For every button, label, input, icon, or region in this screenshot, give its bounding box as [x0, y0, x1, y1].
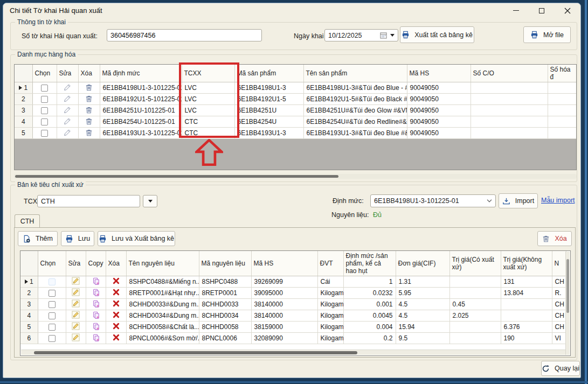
goods-row[interactable]: 4 6E1BB4254U-101225-01 CTC 6E1BB4254U 6E… — [15, 116, 576, 128]
column-header-xoa[interactable]: Xóa — [106, 251, 126, 276]
materials-v-scrollbar-thumb[interactable] — [566, 259, 569, 313]
material-row[interactable]: 1 8SHPC0488#&Miếng n... 8SHPC0488 392690… — [20, 276, 566, 288]
select-checkbox[interactable] — [41, 85, 48, 92]
delete-cell[interactable] — [106, 299, 126, 310]
declaration-no-input[interactable] — [107, 29, 262, 41]
material-row[interactable]: 3 8CHHD0033#&Dung m... 8CHHD0033 3814000… — [20, 299, 566, 310]
import-button[interactable]: Import — [499, 193, 538, 208]
save-and-export-button[interactable]: Lưu và Xuất bảng kê — [98, 231, 175, 246]
export-all-button[interactable]: Xuất tất cả bảng kê — [400, 26, 474, 43]
minimize-button[interactable] — [511, 6, 520, 15]
select-cell[interactable] — [32, 105, 57, 116]
select-checkbox[interactable] — [49, 324, 56, 331]
tab-cth[interactable]: CTH — [15, 214, 40, 228]
select-cell[interactable] — [32, 94, 57, 105]
close-button[interactable] — [563, 6, 572, 15]
column-header-xoa[interactable]: Xóa — [78, 65, 100, 82]
delete-cell[interactable] — [78, 105, 100, 116]
edit-icon[interactable] — [72, 302, 80, 309]
delete-cell[interactable] — [106, 322, 126, 333]
edit-icon[interactable] — [64, 96, 71, 104]
column-header-ten-nguyen-lieu[interactable]: Tên nguyên liệu — [126, 251, 199, 276]
delete-cell[interactable] — [78, 128, 100, 139]
edit-cell[interactable] — [66, 310, 86, 322]
edit-cell[interactable] — [66, 333, 86, 344]
select-checkbox[interactable] — [49, 278, 56, 285]
copy-icon[interactable] — [92, 290, 100, 298]
dinh-muc-combobox[interactable]: 6E1BB4198U1-3-101225-01 — [370, 194, 496, 207]
trash-icon[interactable] — [85, 130, 93, 138]
edit-cell[interactable] — [57, 128, 78, 139]
delete-cell[interactable] — [78, 116, 100, 128]
edit-icon[interactable] — [72, 290, 80, 298]
back-button[interactable]: Quay lại — [541, 361, 580, 376]
column-header-chon[interactable]: Chọn — [38, 251, 66, 276]
select-checkbox[interactable] — [49, 290, 56, 297]
edit-cell[interactable] — [57, 105, 78, 116]
copy-cell[interactable] — [86, 299, 106, 310]
column-header-chon[interactable]: Chọn — [32, 65, 57, 82]
column-header-so-co[interactable]: Số C/O — [471, 65, 548, 82]
tcxx-dropdown-button[interactable] — [143, 195, 157, 207]
copy-cell[interactable] — [86, 322, 106, 333]
select-cell[interactable] — [38, 299, 66, 310]
goods-row[interactable]: 2 6E1BB4192U1-5-101225-01 LVC 6E1BB4192U… — [15, 94, 576, 105]
material-row[interactable]: 4 8CHHD0034#&Dung m... 8CHHD0034 3814000… — [20, 310, 566, 322]
delete-materials-button[interactable]: Xóa — [537, 231, 572, 246]
column-header-sua[interactable]: Sửa — [57, 65, 78, 82]
material-row[interactable]: 6 8PNCL0006#&Sơn mờ/... 8PNCL0006 320890… — [20, 333, 566, 344]
edit-cell[interactable] — [66, 322, 86, 333]
select-cell[interactable] — [38, 333, 66, 344]
copy-icon[interactable] — [92, 279, 100, 287]
column-header-sua[interactable]: Sửa — [66, 251, 86, 276]
select-cell-selected[interactable] — [38, 276, 66, 288]
column-header-so-hoa-don[interactable]: Số hóa đ — [548, 65, 576, 82]
materials-h-scrollbar-thumb[interactable] — [34, 351, 357, 354]
edit-cell[interactable] — [57, 94, 78, 105]
edit-cell[interactable] — [57, 116, 78, 128]
delete-cell[interactable] — [106, 333, 126, 344]
copy-cell[interactable] — [86, 276, 106, 288]
material-row[interactable]: 2 8RETP0001#&Hạt nhự... 8RETP0001 390950… — [20, 288, 566, 299]
column-header-dinh-muc[interactable]: Định mức /sản phẩm, kể cả hao hụt — [343, 251, 396, 276]
column-header-ma-dinh-muc[interactable]: Mã định mức — [100, 65, 182, 82]
copy-icon[interactable] — [92, 324, 100, 332]
mau-import-link[interactable]: Mẫu import — [541, 197, 575, 204]
select-checkbox[interactable] — [41, 118, 48, 125]
trash-icon[interactable] — [85, 119, 93, 127]
delete-cell[interactable] — [106, 288, 126, 299]
edit-icon[interactable] — [72, 313, 80, 320]
trash-icon[interactable] — [85, 96, 93, 104]
column-header-dvt[interactable]: ĐVT — [317, 251, 343, 276]
column-header-ma-hs[interactable]: Mã HS — [407, 65, 471, 82]
select-checkbox[interactable] — [41, 130, 48, 137]
delete-cell[interactable] — [78, 94, 100, 105]
goods-h-scrollbar[interactable] — [14, 174, 577, 179]
column-header-ma-nguyen-lieu[interactable]: Mã nguyên liệu — [199, 251, 251, 276]
goods-h-scrollbar-thumb[interactable] — [15, 175, 338, 178]
trash-icon[interactable] — [85, 108, 93, 115]
select-cell[interactable] — [32, 82, 57, 94]
delete-x-icon[interactable] — [113, 301, 120, 309]
column-header-ma-hs[interactable]: Mã HS — [251, 251, 317, 276]
material-row[interactable]: 5 8CHHD0058#&Chất là... 8CHHD0058 381590… — [20, 322, 566, 333]
edit-cell[interactable] — [57, 82, 78, 94]
date-dropdown-caret-icon[interactable] — [390, 34, 395, 37]
column-header-tri-gia-khong[interactable]: Trị giá(Không xuất xứ) — [501, 251, 552, 276]
column-header-don-gia[interactable]: Đơn giá(CIF) — [396, 251, 449, 276]
edit-icon[interactable] — [64, 85, 71, 93]
delete-x-icon[interactable] — [113, 335, 120, 343]
column-header-copy[interactable]: Copy — [86, 251, 106, 276]
edit-cell[interactable] — [66, 288, 86, 299]
add-button[interactable]: Thêm — [18, 231, 58, 246]
select-checkbox[interactable] — [41, 96, 48, 103]
edit-icon[interactable] — [64, 108, 71, 115]
tcxx-combobox[interactable]: CTH — [37, 195, 140, 207]
save-button[interactable]: Lưu — [61, 231, 94, 246]
goods-row[interactable]: 1 6E1BB4198U1-3-101225-01 LVC 6E1BB4198U… — [15, 82, 576, 94]
column-header-tri-gia-co[interactable]: Trị giá(Có xuất xứ) — [449, 251, 501, 276]
delete-cell[interactable] — [78, 82, 100, 94]
select-checkbox[interactable] — [41, 107, 48, 114]
copy-cell[interactable] — [86, 310, 106, 322]
edit-icon[interactable] — [72, 324, 80, 332]
